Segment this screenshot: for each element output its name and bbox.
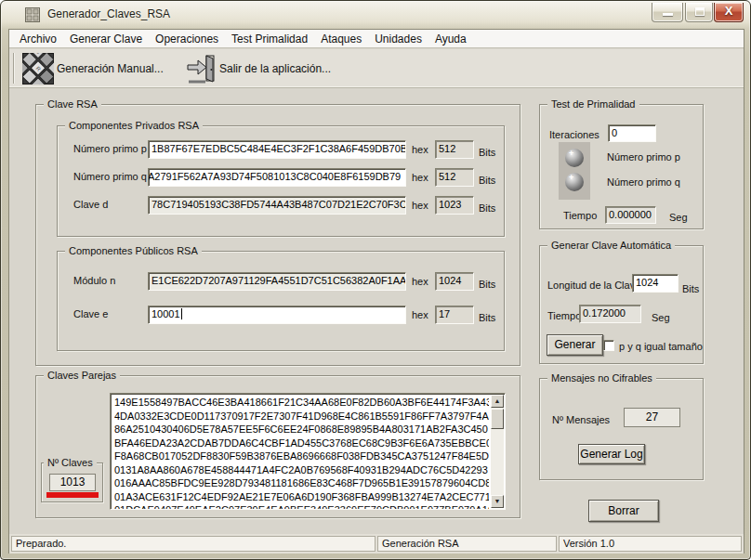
tiempo-generar-value-box: 0.172000 — [579, 305, 641, 323]
checkbox-p-q-igual[interactable] — [603, 340, 614, 351]
claves-parejas-lines: 149E1558497BACC46E3BA418661F21C34AA68E0F… — [114, 396, 489, 509]
close-icon: X — [715, 4, 743, 18]
label-longitud-clave: Longitud de la Clave — [547, 280, 640, 291]
label-bits-q: Bits — [479, 175, 495, 186]
status-version: Versión 1.0 — [559, 536, 742, 552]
toolbar: SRA Generación Manual... — [9, 49, 744, 88]
text-caret — [181, 308, 182, 319]
unit-bits-longitud: Bits — [682, 283, 699, 294]
led-shine-icon: + — [569, 173, 573, 182]
group-claves-parejas-title: Claves Parejas — [44, 370, 120, 381]
scroll-down-icon: ▼ — [494, 498, 501, 504]
unit-hex-e: hex — [412, 309, 428, 320]
scroll-down-button[interactable]: ▼ — [491, 495, 504, 508]
hex-line: 01DCAE9407E49EAE2C97E39E4EA9BEE349E3369E… — [114, 503, 489, 509]
group-componentes-publicos: Componentes Públicos RSA Módulo n E1CE62… — [57, 251, 505, 351]
title-bar[interactable]: Generador_Claves_RSA X — [1, 1, 750, 29]
label-iteraciones: Iteraciones — [549, 129, 599, 140]
bits-box-d: 1023 — [435, 196, 474, 215]
group-clave-rsa: Clave RSA Componentes Privados RSA Númer… — [35, 104, 520, 366]
menu-item-unidades[interactable]: Unidades — [368, 30, 428, 48]
label-modulo-n: Módulo n — [73, 275, 115, 286]
toolbar-generacion-manual-label: Generación Manual... — [57, 62, 164, 75]
group-test-primalidad-title: Test de Primalidad — [547, 98, 639, 110]
menu-item-ataques[interactable]: Ataques — [314, 30, 368, 48]
status-bar: Preparado. Generación RSA Versión 1.0 — [9, 534, 744, 553]
toolbar-salir-label: Salir de la aplicación... — [219, 62, 331, 75]
led-prime-q-indicator: + — [565, 173, 584, 191]
maximize-icon — [695, 7, 705, 16]
generar-button[interactable]: Generar — [547, 334, 603, 356]
client-area: Clave RSA Componentes Privados RSA Númer… — [9, 89, 744, 534]
label-num-mensajes: Nº Mensajes — [552, 414, 610, 425]
menu-item-ayuda[interactable]: Ayuda — [428, 30, 473, 48]
minimize-button[interactable] — [652, 3, 683, 22]
menu-item-test-primalidad[interactable]: Test Primalidad — [225, 30, 314, 48]
hex-line: BFA46EDA23A2CDAB7DDA6C4CBF1AD455C3768EC6… — [114, 436, 489, 450]
generar-log-button[interactable]: Generar Log — [578, 444, 645, 464]
menu-bar: Archivo Generar Clave Operaciones Test P… — [9, 30, 744, 48]
menu-item-archivo[interactable]: Archivo — [13, 30, 63, 48]
keys-icon: SRA — [22, 53, 54, 85]
exit-door-icon — [185, 53, 217, 85]
hex-line: 01A3ACE631F12C4EDF92AE21E7E06A6D190F368F… — [114, 490, 489, 504]
unit-seg-test: Seg — [669, 212, 688, 223]
maximize-button[interactable] — [685, 3, 713, 22]
num-claves-value-box: 1013 — [49, 474, 96, 491]
group-mensajes-no-cifrables-title: Mensajes no Cifrables — [547, 372, 656, 384]
window-title: Generador_Claves_RSA — [47, 1, 170, 29]
tiempo-test-value-box: 0.000000 — [605, 206, 656, 224]
hex-line: 86A2510430406D5E78A57EE5F6C6EE24F0868E89… — [114, 423, 489, 436]
label-tiempo-test: Tiempo — [563, 210, 597, 221]
toolbar-generacion-manual-button[interactable]: SRA Generación Manual... — [19, 52, 167, 85]
bits-box-q: 512 — [435, 168, 474, 187]
unit-hex-q: hex — [412, 172, 428, 183]
group-componentes-privados-title: Componentes Privados RSA — [65, 120, 203, 131]
label-clave-e: Clave e — [73, 308, 108, 319]
led-panel: + + — [559, 142, 590, 200]
close-button[interactable]: X — [714, 3, 744, 22]
input-modulo-n[interactable]: E1CE622D7207A971129FA4551D7C51C56382A0F1… — [148, 272, 406, 291]
hex-line: 4DA0332E3CDE0D117370917F2E7307F41D968E4C… — [114, 410, 489, 423]
label-led-numero-primo-q: Número primo q — [607, 176, 680, 188]
group-generar-clave-automatica: Generar Clave Automática Longitud de la … — [539, 245, 704, 364]
group-componentes-privados: Componentes Privados RSA Número primo p … — [57, 125, 505, 237]
hex-line: 149E1558497BACC46E3BA418661F21C34AA68E0F… — [114, 396, 489, 410]
status-generacion-rsa: Generación RSA — [377, 536, 557, 552]
group-num-claves: Nº Claves 1013 — [41, 462, 103, 502]
input-longitud-clave[interactable]: 1024 — [632, 274, 679, 293]
group-claves-parejas: Claves Parejas 149E1558497BACC46E3BA4186… — [35, 375, 520, 518]
label-bits-d: Bits — [479, 202, 495, 214]
group-componentes-publicos-title: Componentes Públicos RSA — [65, 245, 202, 256]
claves-parejas-textarea[interactable]: 149E1558497BACC46E3BA418661F21C34AA68E0F… — [110, 393, 506, 510]
red-underline — [46, 492, 99, 498]
input-clave-d[interactable]: 78C719405193C38FD5744A43B487C07D21E2C70F… — [148, 196, 406, 215]
label-tiempo-generar: Tiempo — [547, 310, 581, 321]
led-prime-p-indicator: + — [565, 149, 584, 167]
toolbar-salir-button[interactable]: Salir de la aplicación... — [181, 52, 335, 85]
vertical-scrollbar[interactable]: ▲ ▼ — [491, 395, 504, 508]
group-test-primalidad: Test de Primalidad Iteraciones 0 + + Núm… — [539, 104, 704, 229]
label-checkbox-p-q-igual: p y q igual tamaño — [619, 341, 703, 352]
scroll-up-button[interactable]: ▲ — [491, 395, 504, 408]
borrar-button[interactable]: Borrar — [588, 500, 659, 522]
label-led-numero-primo-p: Número primo p — [607, 151, 680, 163]
input-numero-primo-p[interactable]: 1B87F67E7EDBC5C484E4EC3F2F1C38A6F459DB70… — [148, 140, 406, 159]
scrollbar-thumb[interactable] — [491, 409, 504, 429]
label-bits-n: Bits — [479, 279, 495, 290]
minimize-icon — [663, 13, 673, 16]
status-preparado: Preparado. — [11, 536, 376, 552]
menu-item-generar-clave[interactable]: Generar Clave — [63, 30, 149, 48]
bits-box-p: 512 — [435, 140, 474, 159]
unit-hex-p: hex — [412, 144, 428, 155]
app-icon — [25, 7, 40, 22]
input-iteraciones[interactable]: 0 — [608, 124, 656, 142]
input-clave-e[interactable]: 10001 — [148, 306, 406, 324]
unit-seg-generar: Seg — [652, 312, 670, 323]
bits-box-n: 1024 — [435, 272, 474, 291]
label-bits-p: Bits — [479, 147, 495, 158]
menu-item-operaciones[interactable]: Operaciones — [149, 30, 225, 48]
toolbar-grip — [13, 53, 15, 84]
input-numero-primo-q[interactable]: A2791F562A7A93D74F5081013C8C040E8F6159DB… — [148, 168, 406, 187]
unit-hex-d: hex — [412, 200, 428, 211]
